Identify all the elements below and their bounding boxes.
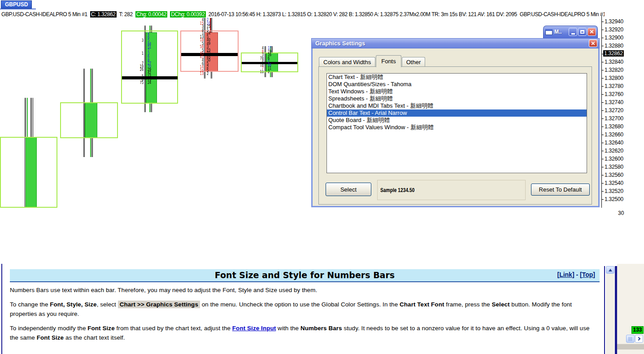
inline-link-font-size-input[interactable]: Font Size Input (232, 325, 276, 332)
dialog-titlebar[interactable]: Graphics Settings ✕ (311, 38, 600, 48)
info-segment: GBP.USD-CASH-IDEALPRO 5 Min #1 (1, 11, 87, 17)
text-segment: frame, press the (444, 301, 492, 308)
price-label: 1.32920 (605, 26, 623, 33)
reset-to-default-button[interactable]: Reset To Default (531, 184, 590, 196)
count-badge: 133 (631, 326, 644, 334)
price-label: 1.32600 (605, 156, 623, 162)
doc-right-column: 133 (617, 264, 644, 354)
price-label: 1.32620 (605, 148, 623, 154)
price-tick (601, 62, 604, 62)
doc-separator-line (604, 266, 605, 354)
text-segment: Select (492, 301, 509, 308)
doc-vertical-scrollbar[interactable] (606, 266, 614, 354)
doc-left-border (1, 264, 2, 354)
text-segment: on the menu. Uncheck the option to use t… (200, 301, 400, 308)
minimize-icon (571, 33, 575, 35)
price-tick (601, 183, 604, 184)
bar-number-cell: 13 (198, 72, 204, 75)
bar-number-cell: 26 (138, 68, 144, 71)
price-tick (601, 127, 604, 127)
close-icon: ✕ (591, 41, 595, 46)
info-segment: GBP.USD-CASH-IDEALPRO 5 Min #1 Over (520, 11, 605, 17)
doc-section: Font Size and Style for Numbers Bars [Li… (0, 264, 644, 354)
text-segment: To independently modify the (10, 325, 87, 332)
dialog-close-button[interactable]: ✕ (589, 39, 597, 47)
doc-paragraph: To independently modify the Font Size fr… (10, 323, 599, 342)
price-tick (601, 159, 604, 159)
select-button[interactable]: Select (326, 183, 371, 196)
font-list-item[interactable]: Text Windows - 新細明體 (327, 88, 587, 95)
price-tick (601, 135, 604, 135)
price-axis-line (601, 16, 602, 208)
tab-colors-and-widths[interactable]: Colors and Widths (319, 57, 375, 67)
price-label: 1.32720 (605, 107, 623, 114)
price-tick (601, 118, 604, 119)
price-tick (601, 110, 604, 111)
price-tick (601, 191, 604, 192)
text-segment: as the chart text itself. (64, 334, 125, 341)
up-arrow-icon (609, 269, 612, 271)
bar-outline-box (60, 102, 118, 138)
window-icon (545, 29, 553, 35)
price-label: 1.32640 (605, 140, 623, 146)
text-segment: Numbers Bars use text within each bar. T… (10, 287, 317, 293)
minimize-button[interactable] (569, 28, 577, 36)
maximize-icon (580, 30, 584, 34)
maximize-button[interactable] (578, 28, 587, 36)
doc-page-title: Font Size and Style for Numbers Bars (10, 269, 600, 281)
price-label: 1.32580 (605, 164, 623, 170)
price-label: 1.32740 (605, 99, 623, 105)
right-arrow-icon (637, 337, 640, 341)
doc-link-top[interactable]: Top (582, 271, 593, 278)
scroll-right-button[interactable] (635, 335, 643, 343)
font-listbox[interactable]: Chart Text - 新細明體DOM Quantities/Sizes - … (326, 73, 587, 173)
tab-other[interactable]: Other (402, 57, 426, 67)
time-axis-label: 30 (618, 210, 624, 216)
text-segment: Font, Style, Size (50, 301, 96, 308)
info-segment: DChg: 0.00392 (170, 11, 206, 17)
text-segment: Font Size (87, 325, 114, 332)
info-segment: Chg: 0.00042 (135, 11, 167, 17)
scroll-up-button[interactable] (606, 266, 614, 274)
last-price-badge: 1.32862 (603, 50, 624, 57)
price-tick (601, 70, 604, 70)
tab-strip: GBPUSD (0, 0, 644, 10)
tab-underline (0, 9, 36, 9)
bar-number-cell: 24 (148, 81, 154, 84)
close-icon: ✕ (589, 29, 594, 35)
dialog-tabs: Colors and WidthsFontsOther (319, 56, 426, 67)
grip-icon (629, 337, 632, 341)
info-segment: 2016-07-13 10:56:45 H: 1.32873 L: 1.3281… (209, 11, 517, 17)
price-tick (601, 151, 604, 151)
price-tick (601, 102, 604, 103)
price-label: 1.32500 (605, 196, 623, 202)
font-list-item[interactable]: DOM Quantities/Sizes - Tahoma (327, 81, 587, 88)
font-list-item[interactable]: Chart Text - 新細明體 (327, 74, 587, 81)
doc-header-links: [Link] - [Top] (557, 271, 595, 278)
doc-paragraph: Numbers Bars use text within each bar. T… (10, 285, 599, 295)
close-window-button[interactable]: ✕ (587, 28, 596, 36)
price-label: 1.32800 (605, 75, 623, 81)
info-segment: T: 282 (119, 11, 133, 17)
doc-gray-bar (617, 344, 644, 350)
menu-path-highlight: Chart >> Graphics Settings (118, 301, 200, 308)
text-segment: To change the (10, 301, 50, 308)
bar-number-cell: 2 (268, 70, 274, 74)
price-label: 1.32780 (605, 83, 623, 89)
bar-number-cell: 1 (138, 52, 144, 55)
font-list-item[interactable]: Quote Board - 新細明體 (327, 117, 587, 124)
doc-link-link[interactable]: Link (559, 271, 572, 278)
price-label: 1.32760 (605, 91, 623, 97)
font-list-item[interactable]: Control Bar Text - Arial Narrow (327, 109, 587, 117)
price-tick (601, 94, 604, 95)
font-list-item[interactable]: Chartbook and MDI Tabs Text - 新細明體 (327, 102, 587, 109)
price-scale[interactable]: 30 1.329401.329201.329001.328801.328621.… (601, 13, 644, 218)
price-label: 1.32680 (605, 123, 623, 130)
font-list-item[interactable]: Compact Tool Values Window - 新細明體 (327, 124, 587, 131)
price-tick (601, 38, 604, 38)
chartbook-tab-gbpusd[interactable]: GBPUSD (1, 0, 32, 9)
price-tick (601, 143, 604, 143)
tab-fonts[interactable]: Fonts (376, 55, 401, 67)
hscroll-thumb[interactable] (626, 335, 635, 343)
font-list-item[interactable]: Spreadsheets - 新細明體 (327, 95, 587, 102)
